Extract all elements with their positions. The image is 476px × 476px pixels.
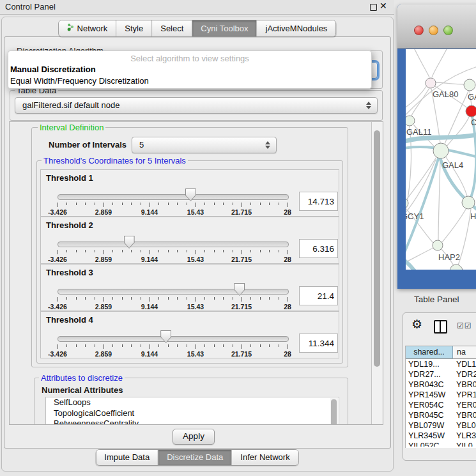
edge[interactable] bbox=[414, 49, 429, 77]
node-gal80[interactable] bbox=[426, 78, 436, 88]
table-row[interactable]: YLR345WYLR3 bbox=[406, 431, 476, 441]
threshold-value-input[interactable] bbox=[299, 286, 338, 305]
tick bbox=[112, 344, 113, 347]
threshold-slider-track[interactable] bbox=[58, 194, 289, 200]
table-row[interactable]: YER054CYER0 bbox=[406, 400, 476, 410]
tab-network[interactable]: Network bbox=[59, 20, 116, 36]
algorithm-popup-item-manual-discretization[interactable]: Manual Discretization bbox=[10, 65, 96, 74]
gear-icon[interactable]: ⚙ bbox=[411, 317, 422, 332]
threshold-slider-track[interactable] bbox=[58, 336, 289, 342]
threshold-value-input[interactable] bbox=[299, 239, 338, 258]
control-panel: Control Panel ✕ Discretization Algorithm… bbox=[0, 0, 394, 476]
tick bbox=[288, 297, 288, 302]
float-window-icon[interactable] bbox=[370, 4, 377, 11]
table-row[interactable]: YPR145WYPR1 bbox=[406, 390, 476, 400]
tick bbox=[214, 250, 215, 252]
tick bbox=[131, 297, 132, 300]
close-traffic-light-icon[interactable] bbox=[414, 26, 424, 35]
tick bbox=[58, 344, 58, 349]
cell-shared-name: YDL19... bbox=[408, 359, 440, 369]
tick-label: -3.426 bbox=[38, 303, 77, 311]
table-row[interactable]: YBL079WYBL0 bbox=[406, 420, 476, 431]
edge[interactable] bbox=[411, 88, 429, 116]
algorithm-popup: Select algorithm to view settings Manual… bbox=[8, 50, 372, 89]
tick bbox=[288, 203, 288, 207]
settings-scrollpane: Interval Definition Number of Intervals … bbox=[9, 121, 383, 425]
threshold-value-input[interactable] bbox=[299, 334, 338, 353]
tab-discretize-data[interactable]: Discretize Data bbox=[158, 450, 231, 465]
tick bbox=[85, 250, 86, 252]
table-data-combobox[interactable]: galFiltered.sif default node bbox=[15, 97, 378, 114]
attribute-item-topologicalcoefficient[interactable]: TopologicalCoefficient bbox=[46, 408, 339, 419]
network-graph[interactable]: GAL80GACGAL11GAL4GCY1HHAP2 bbox=[406, 49, 476, 270]
node-clipped[interactable] bbox=[450, 265, 463, 270]
teal-edge[interactable] bbox=[406, 252, 417, 270]
tick bbox=[187, 250, 187, 252]
tick-label: 2.859 bbox=[84, 303, 123, 311]
tick bbox=[214, 297, 215, 300]
node-gal4[interactable] bbox=[433, 143, 449, 158]
list-scrollbar-thumb[interactable] bbox=[331, 399, 337, 425]
table-row[interactable]: YDR27...YDR2 bbox=[406, 369, 476, 380]
number-of-intervals-value: 5 bbox=[139, 140, 144, 150]
edge[interactable] bbox=[436, 82, 464, 84]
attribute-item-selfloops[interactable]: SelfLoops bbox=[46, 397, 339, 408]
edge[interactable] bbox=[406, 86, 427, 114]
list-scrollbar[interactable] bbox=[330, 398, 338, 425]
number-of-intervals-combobox[interactable]: 5 bbox=[132, 137, 277, 153]
numerical-attributes-list[interactable]: SelfLoopsTopologicalCoefficientBetweenne… bbox=[45, 397, 339, 425]
settings-scrollbar[interactable] bbox=[371, 122, 382, 424]
edge[interactable] bbox=[406, 126, 411, 244]
tick bbox=[204, 203, 205, 205]
tick-label: 2.859 bbox=[84, 350, 123, 358]
node-label: GAL11 bbox=[406, 127, 432, 137]
tab-select[interactable]: Select bbox=[151, 20, 192, 36]
column-header-shared-name[interactable]: shared... bbox=[406, 346, 453, 359]
bottom-tab-bar: Impute DataDiscretize DataInfer Network bbox=[95, 449, 298, 466]
table-row[interactable]: YBR045CYBR0 bbox=[406, 410, 476, 420]
close-icon[interactable]: ✕ bbox=[380, 1, 387, 11]
node-ga[interactable] bbox=[464, 79, 475, 91]
tick bbox=[233, 250, 233, 252]
columns-icon[interactable] bbox=[434, 320, 447, 334]
threshold-coordinates-group-title: Threshold's Coordinates for 5 Intervals bbox=[42, 156, 188, 165]
tick bbox=[95, 203, 95, 205]
node-gal11[interactable] bbox=[406, 116, 415, 126]
tab-jactivemnodules[interactable]: jActiveMNodules bbox=[257, 20, 336, 36]
minimize-traffic-light-icon[interactable] bbox=[429, 26, 438, 35]
edge[interactable] bbox=[438, 158, 440, 240]
threshold-value-input[interactable] bbox=[299, 192, 338, 211]
table-row[interactable]: YBR043CYBR0 bbox=[406, 380, 476, 390]
column-header-name[interactable]: na bbox=[453, 346, 476, 359]
tick bbox=[187, 344, 187, 347]
tick bbox=[196, 297, 196, 302]
attribute-item-betweennesscentrality[interactable]: BetweennessCentrality bbox=[46, 418, 339, 425]
node-hap2[interactable] bbox=[433, 240, 443, 250]
table-row[interactable]: YDL19...YDL1 bbox=[406, 359, 476, 369]
tick bbox=[66, 344, 67, 347]
edge[interactable] bbox=[458, 209, 471, 265]
edge[interactable] bbox=[432, 49, 447, 77]
settings-scrollbar-thumb[interactable] bbox=[374, 130, 380, 367]
tab-impute-data[interactable]: Impute Data bbox=[96, 450, 158, 465]
tab-label: Select bbox=[160, 24, 183, 33]
tick bbox=[187, 297, 187, 300]
zoom-traffic-light-icon[interactable] bbox=[443, 26, 453, 35]
edge[interactable] bbox=[442, 208, 466, 242]
node-h[interactable] bbox=[462, 196, 475, 209]
tab-style[interactable]: Style bbox=[116, 20, 151, 36]
tick bbox=[150, 250, 150, 254]
threshold-slider-track[interactable] bbox=[58, 289, 289, 295]
table-row[interactable]: YIL052CYIL0 bbox=[406, 441, 476, 447]
threshold-slider-track[interactable] bbox=[58, 242, 289, 247]
tick bbox=[158, 203, 159, 205]
node-c[interactable] bbox=[466, 105, 476, 117]
tick bbox=[85, 203, 86, 205]
tab-cyni-toolbox[interactable]: Cyni Toolbox bbox=[192, 20, 256, 36]
algorithm-popup-item-equal-width-frequency-discretization[interactable]: Equal Width/Frequency Discretization bbox=[10, 76, 149, 86]
tab-infer-network[interactable]: Infer Network bbox=[231, 450, 298, 465]
checkboxes-icon[interactable]: ☑☑ bbox=[457, 321, 472, 330]
apply-button[interactable]: Apply bbox=[173, 429, 215, 445]
network-canvas[interactable]: GAL80GACGAL11GAL4GCY1HHAP2 bbox=[406, 49, 476, 270]
table-panel-title: Table Panel bbox=[414, 295, 459, 304]
